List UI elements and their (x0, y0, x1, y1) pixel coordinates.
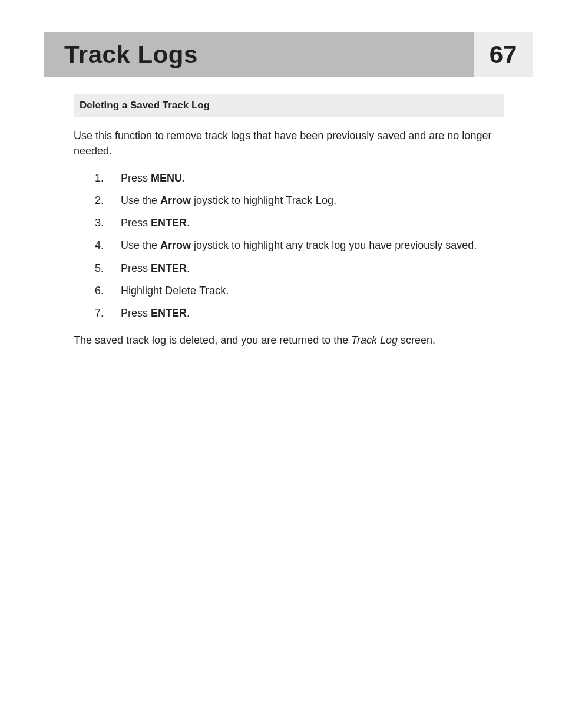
page-number-box: 67 (474, 32, 533, 77)
step-item: 5. Press ENTER. (95, 261, 533, 276)
step-number: 4. (95, 238, 121, 253)
step-item: 6. Highlight Delete Track. (95, 283, 533, 298)
step-text: Highlight Delete Track. (121, 283, 229, 298)
step-text: Use the Arrow joystick to highlight Trac… (121, 193, 336, 208)
step-text: Press MENU. (121, 170, 185, 186)
steps-list: 1. Press MENU. 2. Use the Arrow joystick… (74, 170, 533, 321)
step-text: Press ENTER. (121, 305, 190, 321)
section-heading: Deleting a Saved Track Log (80, 100, 210, 111)
step-number: 2. (95, 193, 121, 208)
step-number: 3. (95, 215, 121, 230)
step-number: 5. (95, 261, 121, 276)
step-item: 2. Use the Arrow joystick to highlight T… (95, 193, 533, 208)
step-item: 7. Press ENTER. (95, 305, 533, 321)
page: Track Logs 67 Deleting a Saved Track Log… (0, 0, 562, 348)
page-header: Track Logs 67 (44, 32, 533, 77)
step-text: Use the Arrow joystick to highlight any … (121, 238, 477, 253)
step-item: 1. Press MENU. (95, 170, 533, 186)
section-heading-bar: Deleting a Saved Track Log (74, 94, 504, 117)
header-title-bar: Track Logs (44, 32, 474, 77)
chapter-title: Track Logs (64, 41, 198, 69)
intro-paragraph: Use this function to remove track logs t… (74, 128, 521, 159)
step-text: Press ENTER. (121, 215, 190, 230)
step-number: 6. (95, 283, 121, 298)
step-text: Press ENTER. (121, 261, 190, 276)
step-item: 4. Use the Arrow joystick to highlight a… (95, 238, 533, 253)
step-number: 7. (95, 305, 121, 321)
page-number: 67 (490, 41, 517, 69)
content: Deleting a Saved Track Log Use this func… (44, 94, 533, 348)
step-number: 1. (95, 170, 121, 186)
step-item: 3. Press ENTER. (95, 215, 533, 230)
outro-paragraph: The saved track log is deleted, and you … (74, 332, 521, 348)
